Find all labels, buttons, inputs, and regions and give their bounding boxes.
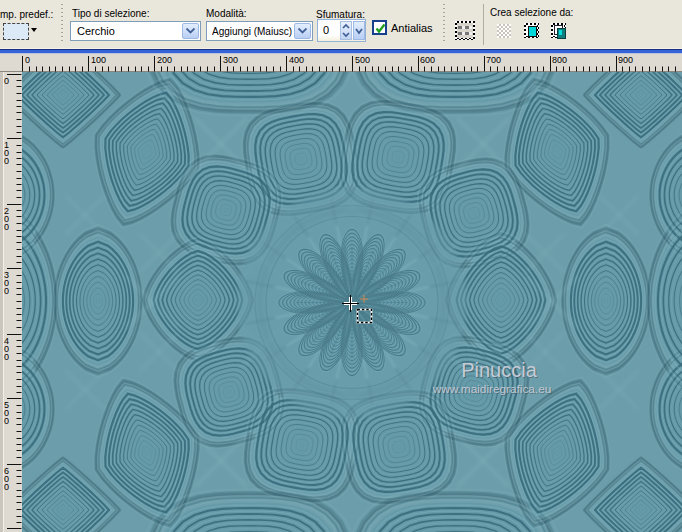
svg-text:Pinuccia: Pinuccia	[461, 359, 537, 381]
svg-text:www.maidiregrafica.eu: www.maidiregrafica.eu	[432, 382, 552, 396]
